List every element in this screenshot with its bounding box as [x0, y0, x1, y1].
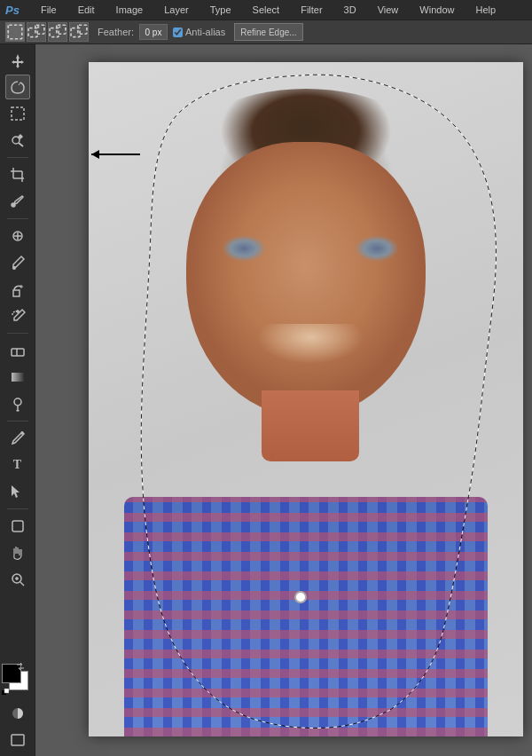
ps-logo: Ps [5, 4, 20, 17]
tool-gradient[interactable] [5, 365, 30, 390]
selection-mode-add[interactable] [27, 22, 46, 42]
separator-5 [7, 508, 28, 509]
tool-healing[interactable] [5, 224, 30, 248]
canvas-area[interactable] [35, 44, 532, 756]
titlebar: Ps File Edit Image Layer Type Select Fil… [0, 0, 532, 20]
tool-history-brush[interactable] [5, 303, 30, 328]
selection-mode-subtract[interactable] [48, 22, 67, 42]
menu-window[interactable]: Window [416, 3, 458, 17]
menu-filter[interactable]: Filter [297, 3, 325, 17]
right-eye [355, 235, 399, 262]
tool-pen[interactable] [5, 426, 30, 451]
mouth-area [248, 324, 372, 368]
svg-line-36 [20, 582, 24, 586]
neck [262, 390, 359, 461]
refine-edge-button[interactable]: Refine Edge... [234, 23, 302, 41]
left-eye [222, 235, 266, 262]
tool-type[interactable]: T [5, 453, 30, 477]
svg-line-11 [19, 83, 20, 85]
tool-lasso[interactable] [5, 75, 30, 99]
svg-rect-28 [12, 349, 24, 356]
svg-rect-42 [12, 735, 24, 745]
menu-layer[interactable]: Layer [160, 3, 192, 17]
separator-1 [7, 157, 28, 158]
svg-rect-34 [12, 521, 23, 532]
tool-crop[interactable] [5, 162, 30, 187]
separator-2 [7, 218, 28, 219]
photo-content [89, 62, 523, 736]
menu-image[interactable]: Image [113, 3, 147, 17]
feather-input[interactable] [139, 24, 168, 40]
menu-select[interactable]: Select [249, 3, 284, 17]
menu-3d[interactable]: 3D [340, 3, 360, 17]
tool-path-select[interactable] [5, 479, 30, 504]
tool-eyedropper[interactable] [5, 189, 30, 214]
svg-line-14 [19, 143, 23, 146]
separator-4 [7, 421, 28, 421]
tool-quick-mask[interactable] [5, 701, 30, 726]
tool-shape[interactable] [5, 514, 30, 539]
separator-3 [7, 333, 28, 334]
canvas-background [89, 62, 523, 736]
face-skin [186, 142, 426, 417]
tool-brush[interactable] [5, 250, 30, 275]
tool-screen-mode[interactable] [5, 728, 30, 752]
main-area: T [0, 44, 532, 756]
shirt-button [294, 591, 307, 603]
svg-rect-40 [4, 689, 9, 693]
menu-edit[interactable]: Edit [74, 3, 98, 17]
svg-marker-10 [12, 54, 24, 68]
svg-rect-0 [8, 25, 22, 39]
tool-quick-select[interactable] [5, 128, 30, 153]
options-bar: Feather: Anti-alias Refine Edge... [0, 20, 532, 44]
shirt [124, 497, 488, 736]
selection-mode-intersect[interactable] [69, 22, 89, 42]
tool-hand[interactable] [5, 540, 30, 565]
tool-zoom[interactable] [5, 567, 30, 592]
type-icon-label: T [13, 458, 21, 472]
svg-point-19 [12, 203, 15, 207]
tool-eraser[interactable] [5, 338, 30, 363]
antialias-label[interactable]: Anti-alias [173, 27, 225, 37]
svg-point-13 [12, 137, 20, 144]
svg-rect-30 [12, 373, 24, 382]
antialias-checkbox[interactable] [173, 28, 183, 37]
menu-help[interactable]: Help [472, 3, 499, 17]
svg-point-32 [21, 432, 23, 434]
svg-marker-33 [12, 485, 20, 498]
toolbar: T [0, 44, 35, 756]
menu-view[interactable]: View [374, 3, 403, 17]
color-swatch-area [2, 664, 34, 696]
svg-point-23 [12, 266, 16, 270]
tool-dodge[interactable] [5, 391, 30, 416]
feather-label: Feather: [98, 27, 134, 37]
tool-stamp[interactable] [5, 277, 30, 302]
menu-type[interactable]: Type [207, 3, 235, 17]
menu-file[interactable]: File [37, 3, 60, 17]
svg-rect-12 [12, 107, 24, 120]
selection-mode-new[interactable] [5, 22, 25, 42]
svg-point-31 [14, 398, 21, 406]
tool-move[interactable] [5, 48, 30, 73]
tool-marquee[interactable] [5, 101, 30, 126]
